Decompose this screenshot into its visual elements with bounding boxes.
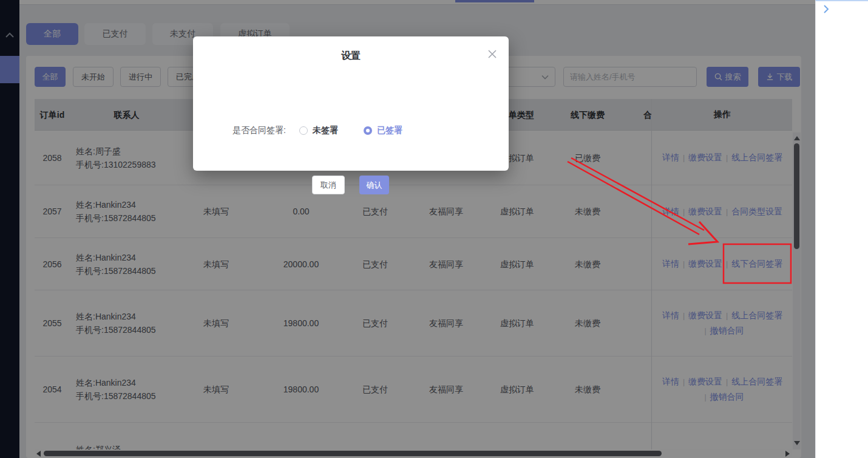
radio-unselected-icon[interactable] [299,126,308,135]
radio-option-unsigned[interactable]: 未签署 [299,125,338,136]
expand-right-icon[interactable] [822,4,830,14]
close-icon[interactable] [487,49,497,59]
settings-modal: 设置 是否合同签署: 未签署 已签署 取消 确认 [193,36,509,171]
radio-signed-label: 已签署 [377,125,402,136]
cancel-button[interactable]: 取消 [312,176,345,194]
right-side-panel [815,0,868,458]
contract-signed-field: 是否合同签署: 未签署 已签署 [232,125,402,136]
field-label: 是否合同签署: [232,125,286,136]
radio-option-signed[interactable]: 已签署 [364,125,402,136]
radio-unsigned-label: 未签署 [313,125,338,136]
radio-selected-icon[interactable] [364,126,372,135]
modal-footer: 取消 确认 [193,176,509,195]
modal-title: 设置 [193,50,509,63]
confirm-button[interactable]: 确认 [359,176,389,194]
